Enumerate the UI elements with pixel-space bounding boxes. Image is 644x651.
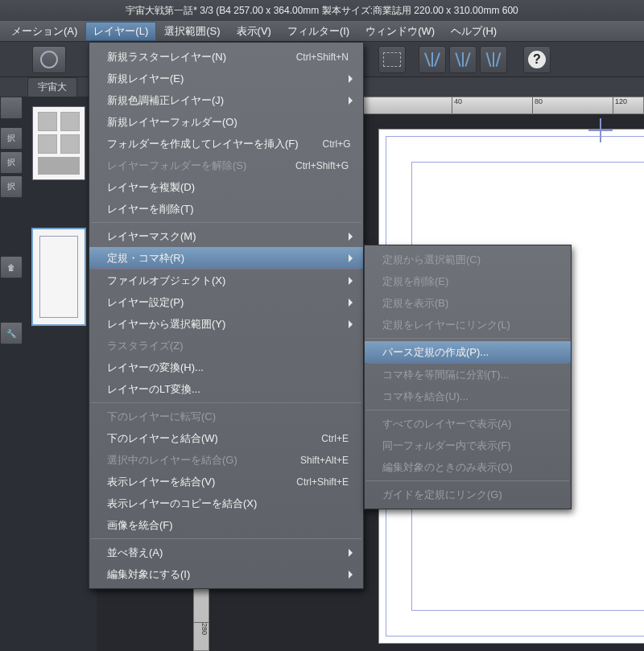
menu-help[interactable]: ヘルプ(H): [443, 22, 505, 41]
menu-item-shortcut: Ctrl+Shift+G: [271, 160, 349, 171]
crop-mark: [588, 118, 613, 142]
menu-selection[interactable]: 選択範囲(S): [156, 22, 228, 41]
tool-palette: 択 択 択 🗑 🔧: [0, 97, 24, 344]
menu-item-label: レイヤーを削除(T): [107, 202, 194, 216]
menu-item-shortcut: Shift+Alt+E: [276, 455, 349, 466]
menu-item-label: レイヤー設定(P): [107, 295, 184, 310]
menu-item[interactable]: 表示レイヤーのコピーを結合(X): [89, 492, 363, 514]
wrench-icon: 🔧: [6, 329, 16, 338]
menu-item[interactable]: 表示レイヤーを結合(V)Ctrl+Shift+E: [89, 471, 363, 492]
perspective-tool-1[interactable]: [419, 46, 446, 73]
ruler-tick: 40: [452, 97, 462, 113]
menu-item[interactable]: 新規レイヤー(E): [89, 68, 363, 89]
menu-item[interactable]: レイヤーマスク(M): [89, 225, 363, 247]
page-thumbnail-1[interactable]: [32, 106, 85, 180]
menu-item: レイヤーフォルダーを解除(S)Ctrl+Shift+G: [89, 155, 363, 176]
menu-item-shortcut: Ctrl+Shift+E: [272, 476, 349, 488]
menu-item-label: 下のレイヤーに転写(C): [107, 410, 216, 424]
menu-item-label: 表示レイヤーのコピーを結合(X): [107, 496, 257, 511]
wrench-button[interactable]: 🔧: [0, 322, 23, 344]
menu-item-label: コマ枠を結合(U)...: [382, 389, 469, 404]
menu-bar: メーション(A) レイヤー(L) 選択範囲(S) 表示(V) フィルター(I) …: [0, 21, 644, 42]
menu-item-label: 画像を統合(F): [107, 518, 173, 533]
menu-item[interactable]: 並べ替え(A): [89, 542, 363, 563]
select-tool-1[interactable]: 択: [0, 127, 23, 150]
menu-item[interactable]: フォルダーを作成してレイヤーを挿入(F)Ctrl+G: [89, 133, 363, 155]
trash-button[interactable]: 🗑: [0, 256, 23, 278]
document-tab[interactable]: 宇宙大: [27, 77, 77, 97]
menu-item[interactable]: 下のレイヤーと結合(W)Ctrl+E: [89, 427, 363, 449]
menu-item-label: 新規レイヤーフォルダー(O): [107, 115, 237, 130]
ruler-tick: 280: [194, 622, 208, 635]
menu-item[interactable]: 新規ラスターレイヤー(N)Ctrl+Shift+N: [89, 46, 363, 68]
menu-item-label: 選択中のレイヤーを結合(G): [107, 453, 237, 468]
menu-item[interactable]: パース定規の作成(P)...: [365, 341, 571, 363]
menu-item: 編集対象のときのみ表示(O): [365, 456, 571, 478]
perspective-icon: [454, 51, 472, 68]
menu-item: 下のレイヤーに転写(C): [89, 406, 363, 427]
menu-item-label: 定規を表示(B): [382, 296, 448, 311]
menu-separator: [91, 402, 361, 403]
perspective-icon: [423, 51, 441, 68]
menu-item: 定規を表示(B): [365, 292, 571, 314]
menu-separator: [366, 480, 569, 481]
trash-icon: 🗑: [7, 263, 15, 272]
menu-item-label: 表示レイヤーを結合(V): [107, 475, 215, 489]
select-tool-3[interactable]: 択: [0, 175, 23, 198]
menu-item[interactable]: レイヤー設定(P): [89, 291, 363, 313]
help-button[interactable]: ?: [523, 46, 551, 73]
menu-item[interactable]: レイヤーのLT変換...: [89, 378, 363, 400]
menu-item[interactable]: 定規・コマ枠(R): [89, 247, 363, 269]
title-bar: 宇宙大戦第一話* 3/3 (B4 257.00 x 364.00mm 製本サイズ…: [0, 0, 644, 21]
menu-item-label: 同一フォルダー内で表示(F): [382, 439, 511, 453]
menu-item[interactable]: 画像を統合(F): [89, 514, 363, 536]
menu-item-label: レイヤーから選択範囲(Y): [107, 317, 225, 332]
menu-item-label: 定規をレイヤーにリンク(L): [382, 318, 510, 332]
menu-item: 定規から選択範囲(C): [365, 249, 571, 270]
menu-separator: [91, 538, 361, 539]
menu-item-label: 編集対象のときのみ表示(O): [382, 460, 513, 475]
menu-separator: [91, 222, 361, 223]
menu-window[interactable]: ウィンドウ(W): [357, 22, 443, 41]
menu-filter[interactable]: フィルター(I): [279, 22, 357, 41]
menu-item[interactable]: レイヤーから選択範囲(Y): [89, 313, 363, 335]
menu-animation[interactable]: メーション(A): [3, 22, 85, 41]
menu-item-shortcut: Ctrl+E: [297, 433, 349, 444]
ruler-tick: 120: [613, 97, 627, 113]
menu-separator: [366, 338, 569, 339]
menu-item[interactable]: ファイルオブジェクト(X): [89, 270, 363, 291]
menu-view[interactable]: 表示(V): [229, 22, 279, 41]
perspective-tool-3[interactable]: [480, 46, 507, 73]
menu-item[interactable]: 編集対象にする(I): [89, 563, 363, 585]
menu-item[interactable]: 新規レイヤーフォルダー(O): [89, 111, 363, 133]
menu-item-label: 新規レイヤー(E): [107, 72, 184, 86]
menu-item[interactable]: レイヤーの変換(H)...: [89, 356, 363, 378]
tool-button-1[interactable]: [0, 97, 23, 119]
select-tool-2[interactable]: 択: [0, 151, 23, 174]
menu-item: 選択中のレイヤーを結合(G)Shift+Alt+E: [89, 449, 363, 471]
swirl-icon: [40, 51, 58, 68]
menu-item-label: ガイドを定規にリンク(G): [382, 488, 502, 502]
page-thumbnails: [32, 106, 90, 373]
marquee-icon: [383, 52, 401, 67]
menu-item-label: レイヤーを複製(D): [107, 180, 195, 195]
perspective-tool-2[interactable]: [449, 46, 477, 73]
menu-layer[interactable]: レイヤー(L): [85, 22, 156, 41]
menu-item[interactable]: レイヤーを複製(D): [89, 176, 363, 198]
menu-item-shortcut: Ctrl+G: [299, 138, 351, 150]
gradient-tool-button[interactable]: [32, 46, 66, 73]
menu-item-label: 下のレイヤーと結合(W): [107, 431, 218, 446]
layer-menu-dropdown: 新規ラスターレイヤー(N)Ctrl+Shift+N新規レイヤー(E)新規色調補正…: [89, 42, 364, 589]
menu-separator: [366, 410, 569, 410]
menu-item-label: 定規から選択範囲(C): [382, 253, 481, 267]
menu-item-label: レイヤーのLT変換...: [107, 382, 200, 397]
menu-item[interactable]: レイヤーを削除(T): [89, 198, 363, 220]
menu-item[interactable]: 新規色調補正レイヤー(J): [89, 89, 363, 111]
ruler-frame-submenu: 定規から選択範囲(C)定規を削除(E)定規を表示(B)定規をレイヤーにリンク(L…: [364, 245, 572, 509]
page-thumbnail-2[interactable]: [32, 229, 85, 325]
marquee-tool-button[interactable]: [378, 46, 406, 73]
menu-item-label: 新規ラスターレイヤー(N): [107, 50, 226, 64]
menu-item-label: 新規色調補正レイヤー(J): [107, 93, 224, 108]
menu-item-label: 並べ替え(A): [107, 546, 163, 560]
menu-item: コマ枠を等間隔に分割(T)...: [365, 364, 571, 385]
